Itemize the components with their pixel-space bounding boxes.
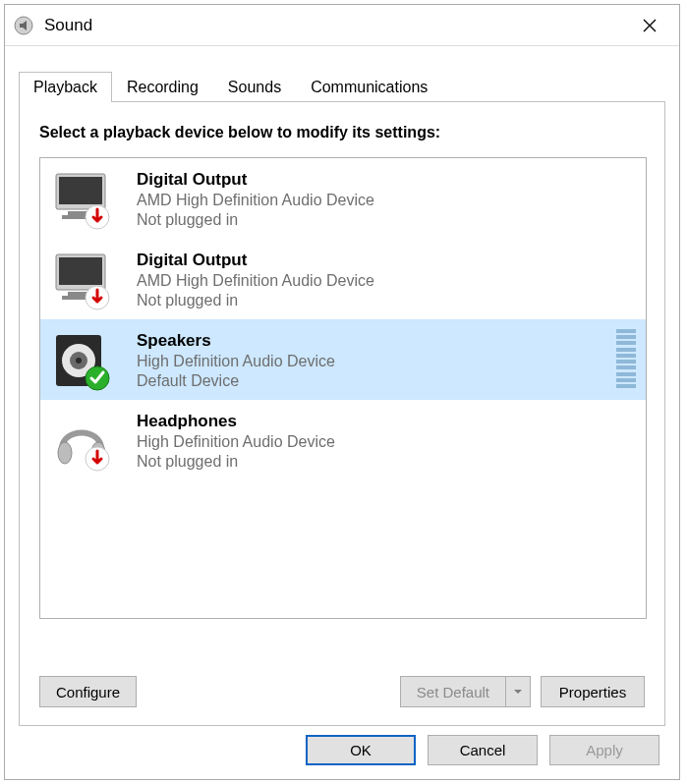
set-default-dropdown[interactable] xyxy=(505,676,531,707)
device-item[interactable]: Speakers High Definition Audio Device De… xyxy=(40,319,646,400)
cancel-button[interactable]: Cancel xyxy=(428,735,538,765)
sound-icon xyxy=(13,15,34,36)
device-name: Speakers xyxy=(137,331,335,351)
svg-point-16 xyxy=(58,442,72,464)
svg-rect-7 xyxy=(59,257,102,285)
device-name: Digital Output xyxy=(137,251,374,270)
instruction-text: Select a playback device below to modify… xyxy=(39,124,647,141)
device-description: High Definition Audio Device xyxy=(137,353,335,370)
dialog-buttons: OK Cancel Apply xyxy=(306,735,659,765)
tab-strip: Playback Recording Sounds Communications xyxy=(19,68,665,101)
headphones-icon xyxy=(50,410,113,473)
device-status: Not plugged in xyxy=(137,453,335,471)
configure-button[interactable]: Configure xyxy=(39,676,137,707)
window-title: Sound xyxy=(44,16,92,35)
close-button[interactable] xyxy=(628,8,671,43)
device-description: AMD High Definition Audio Device xyxy=(137,272,374,290)
tab-recording[interactable]: Recording xyxy=(112,72,213,102)
dialog-body: Playback Recording Sounds Communications… xyxy=(5,46,679,726)
panel-buttons: Configure Set Default Properties xyxy=(39,676,645,707)
tab-communications[interactable]: Communications xyxy=(296,72,442,102)
ok-button[interactable]: OK xyxy=(306,735,416,765)
properties-button[interactable]: Properties xyxy=(541,676,645,707)
speaker-icon xyxy=(50,329,113,392)
device-list[interactable]: Digital Output AMD High Definition Audio… xyxy=(39,157,647,619)
svg-rect-2 xyxy=(59,177,102,204)
device-description: High Definition Audio Device xyxy=(137,433,335,451)
tab-playback[interactable]: Playback xyxy=(19,72,112,102)
device-name: Headphones xyxy=(137,412,335,431)
device-item[interactable]: Digital Output AMD High Definition Audio… xyxy=(40,239,646,319)
device-status: Not plugged in xyxy=(137,292,374,309)
monitor-icon xyxy=(50,168,113,231)
sound-dialog: Sound Playback Recording Sounds Communic… xyxy=(4,4,680,780)
device-status: Default Device xyxy=(137,372,335,390)
volume-meter xyxy=(616,329,636,388)
set-default-split-button[interactable]: Set Default xyxy=(400,676,531,707)
tab-sounds[interactable]: Sounds xyxy=(213,72,296,102)
playback-panel: Select a playback device below to modify… xyxy=(19,101,665,726)
monitor-icon xyxy=(50,249,113,311)
chevron-down-icon xyxy=(513,688,523,696)
device-status: Not plugged in xyxy=(137,211,374,229)
device-item[interactable]: Digital Output AMD High Definition Audio… xyxy=(40,158,646,239)
set-default-button[interactable]: Set Default xyxy=(400,676,505,707)
apply-button[interactable]: Apply xyxy=(549,735,659,765)
svg-point-14 xyxy=(76,358,82,364)
device-name: Digital Output xyxy=(137,170,374,190)
device-description: AMD High Definition Audio Device xyxy=(137,192,374,209)
titlebar: Sound xyxy=(5,5,679,46)
device-item[interactable]: Headphones High Definition Audio Device … xyxy=(40,400,646,480)
